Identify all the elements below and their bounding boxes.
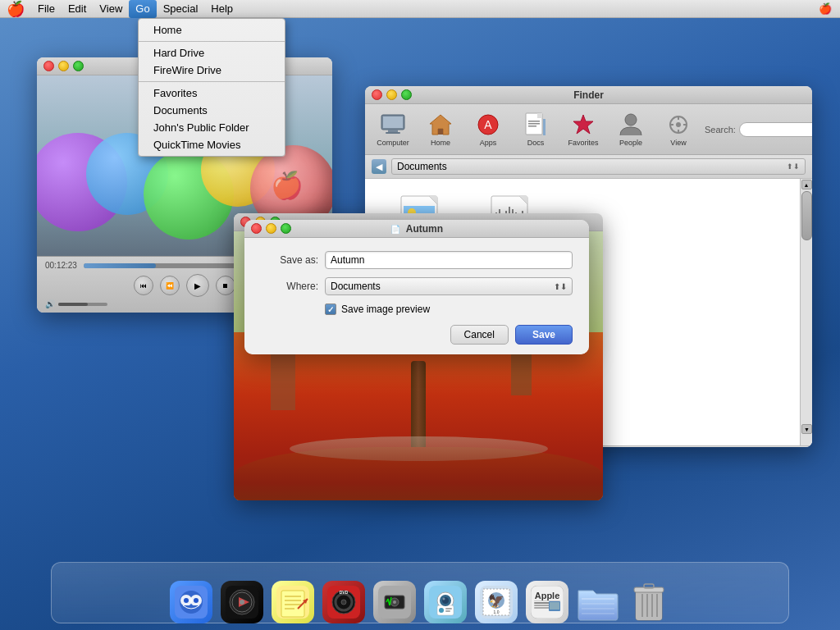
finder-btn-home[interactable]: Home	[419, 109, 462, 149]
svg-point-85	[341, 600, 346, 605]
save-dialog: 📄 Autumn Save as: Where: Documents ⬆⬇ ✓ …	[244, 220, 589, 354]
svg-rect-12	[528, 126, 536, 127]
save-title-icon: 📄	[390, 225, 400, 234]
dock-item-apple-site[interactable]: Apple	[523, 576, 571, 623]
dock-item-sound[interactable]	[371, 576, 418, 623]
finder-scroll-thumb[interactable]	[801, 191, 812, 240]
finder-path-bar: ◀ Documents ⬆⬇	[365, 155, 812, 179]
finder-btn-computer[interactable]: Computer	[372, 109, 414, 149]
menu-go[interactable]: Go	[129, 0, 156, 18]
qt-close-button[interactable]	[43, 61, 54, 71]
menu-separator-2	[139, 81, 285, 82]
finder-titlebar[interactable]: Finder	[365, 86, 812, 104]
dock-item-trash[interactable]	[625, 576, 673, 623]
save-save-button[interactable]: Save	[515, 325, 573, 345]
dock-sound-icon	[373, 581, 416, 623]
svg-rect-127	[644, 584, 654, 588]
menu-item-home[interactable]: Home	[139, 21, 285, 39]
dock-item-mail[interactable]: 🦅 1.0	[472, 576, 520, 623]
menu-item-documents[interactable]: Documents	[139, 102, 285, 119]
save-as-input[interactable]	[325, 251, 573, 269]
qt-maximize-button[interactable]	[73, 61, 84, 71]
finder-btn-people[interactable]: People	[609, 109, 652, 149]
svg-text:1.0: 1.0	[494, 609, 500, 614]
menu-item-public-folder[interactable]: John's Public Folder	[139, 119, 285, 136]
qt-volume-fill	[58, 303, 88, 306]
svg-point-73	[240, 600, 244, 605]
menu-item-hard-drive[interactable]: Hard Drive	[139, 44, 285, 62]
finder-maximize-button[interactable]	[401, 89, 412, 100]
finder-btn-favorites[interactable]: Favorites	[562, 109, 605, 149]
save-preview-checkbox[interactable]: ✓	[325, 304, 336, 315]
finder-minimize-button[interactable]	[386, 89, 397, 100]
finder-btn-docs[interactable]: Docs	[514, 109, 557, 149]
svg-text:🦅: 🦅	[488, 593, 504, 609]
menu-help[interactable]: Help	[204, 0, 240, 18]
menubar: 🍎 File Edit View Go Special Help 🍎	[0, 0, 840, 18]
apple-menu[interactable]: 🍎	[0, 0, 31, 18]
menu-edit[interactable]: Edit	[62, 0, 93, 18]
svg-point-90	[393, 600, 396, 604]
dock-notes-icon	[272, 581, 314, 623]
menu-file[interactable]: File	[31, 0, 62, 18]
qt-volume-slider[interactable]	[58, 303, 107, 306]
svg-rect-11	[528, 123, 540, 125]
dock-apple-site-icon: Apple	[526, 581, 568, 623]
save-close-button[interactable]	[251, 223, 262, 234]
go-dropdown: Home Hard Drive FireWire Drive Favorites…	[138, 18, 285, 157]
qt-progress-fill	[84, 263, 156, 268]
menu-item-favorites[interactable]: Favorites	[139, 84, 285, 102]
docs-icon	[523, 112, 549, 138]
save-cancel-button[interactable]: Cancel	[450, 325, 509, 345]
finder-search-input[interactable]	[739, 122, 812, 137]
svg-text:Apple: Apple	[535, 591, 560, 600]
people-icon	[618, 112, 644, 138]
dock-item-folder[interactable]	[574, 576, 622, 623]
dock-quicktime-icon	[221, 581, 263, 623]
computer-icon	[380, 112, 406, 138]
finder-btn-apps[interactable]: A Apps	[467, 109, 509, 149]
save-maximize-button[interactable]	[281, 223, 291, 234]
finder-path-popup[interactable]: Documents ⬆⬇	[391, 158, 806, 175]
svg-point-17	[676, 122, 681, 127]
qt-prev-button[interactable]: ⏪	[160, 276, 180, 295]
dock-item-iphoto[interactable]	[422, 576, 469, 623]
dock-item-finder[interactable]	[167, 576, 215, 623]
dock-item-dvd[interactable]: DVD	[320, 576, 368, 623]
menu-view[interactable]: View	[93, 0, 129, 18]
menu-item-firewire[interactable]: FireWire Drive	[139, 62, 285, 79]
save-dialog-body: Save as: Where: Documents ⬆⬇ ✓ Save imag…	[244, 238, 589, 354]
finder-btn-home-label: Home	[431, 139, 450, 147]
svg-rect-9	[537, 113, 542, 118]
dock-item-quicktime[interactable]	[218, 576, 266, 623]
finder-btn-favorites-label: Favorites	[568, 139, 598, 147]
save-minimize-button[interactable]	[266, 223, 276, 234]
menu-item-quicktime-movies[interactable]: QuickTime Movies	[139, 136, 285, 153]
svg-rect-99	[445, 610, 450, 612]
dock-item-notes[interactable]	[269, 576, 317, 623]
save-title-text: Autumn	[406, 223, 443, 235]
qt-minimize-button[interactable]	[58, 61, 69, 71]
dock-iphoto-icon	[424, 581, 467, 623]
finder-search-label: Search:	[705, 125, 736, 135]
qt-stop-button[interactable]: ⏹	[216, 276, 235, 295]
svg-rect-5	[438, 129, 443, 135]
finder-back-button[interactable]: ◀	[372, 159, 386, 174]
save-traffic-lights	[251, 223, 291, 234]
qt-rewind-button[interactable]: ⏮	[134, 276, 153, 295]
save-as-row: Save as:	[261, 251, 573, 269]
finder-btn-view[interactable]: View	[657, 109, 700, 149]
finder-scrollbar[interactable]: ▲ ▼	[800, 179, 812, 445]
qt-play-button[interactable]: ▶	[186, 274, 209, 297]
finder-btn-docs-label: Docs	[527, 139, 545, 147]
save-where-select[interactable]: Documents ⬆⬇	[325, 277, 573, 295]
qt-traffic-lights	[43, 61, 84, 71]
save-titlebar[interactable]: 📄 Autumn	[244, 220, 589, 238]
save-where-label: Where:	[261, 281, 318, 292]
finder-search: Search:	[705, 122, 812, 137]
apple-icon: 🍎	[7, 0, 25, 18]
finder-close-button[interactable]	[372, 89, 382, 100]
save-where-arrow: ⬆⬇	[554, 282, 567, 291]
menu-special[interactable]: Special	[157, 0, 205, 18]
dock-background	[51, 562, 789, 623]
